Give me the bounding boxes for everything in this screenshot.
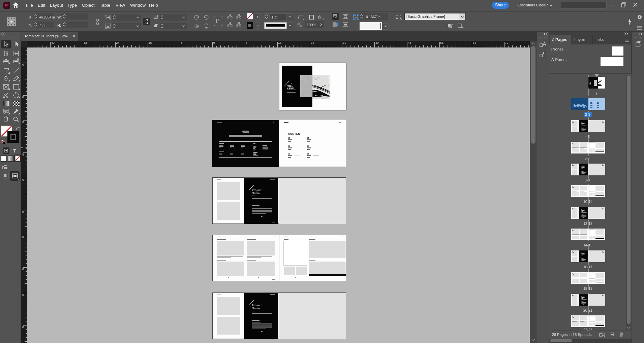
svg-text:A: A (543, 41, 547, 47)
svg-text:P: P (216, 18, 220, 24)
svg-text:¶: ¶ (543, 51, 546, 58)
